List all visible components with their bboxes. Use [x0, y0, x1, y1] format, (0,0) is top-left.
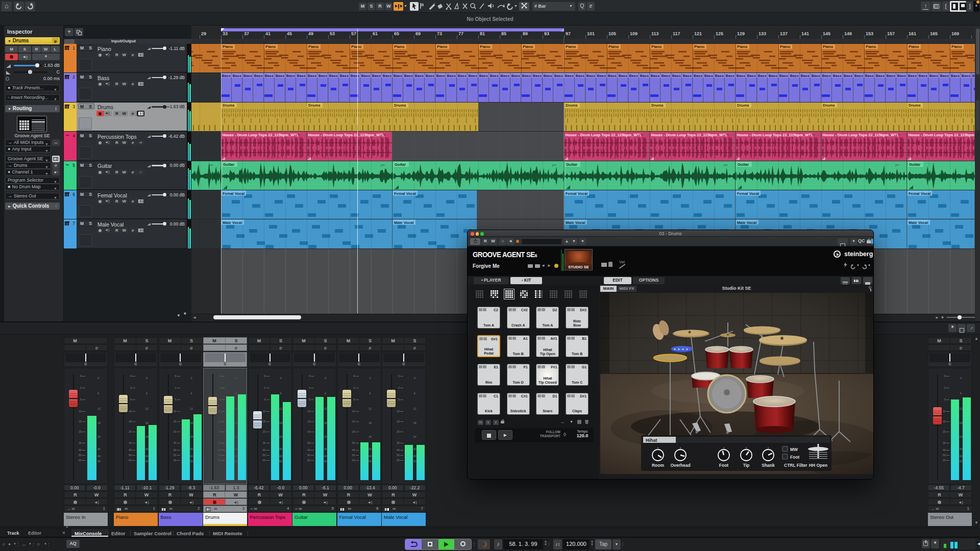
svg-text:♪ ~: ♪ ~	[895, 133, 901, 137]
svg-text:Piano: Piano	[265, 44, 276, 49]
svg-text:65: 65	[394, 31, 399, 36]
svg-text:109: 109	[630, 31, 638, 36]
svg-text:♪ ~: ♪ ~	[295, 133, 301, 137]
svg-text:Male Vocal: Male Vocal	[394, 220, 413, 225]
svg-text:MW: MW	[790, 447, 798, 452]
svg-text:69: 69	[415, 31, 421, 36]
svg-text:Bass: Bass	[351, 73, 359, 78]
svg-text:Bass: Bass	[865, 73, 874, 78]
svg-text:Piano: Piano	[480, 44, 491, 49]
svg-text:Bass: Bass	[651, 73, 659, 78]
svg-text:Piano: Piano	[694, 44, 705, 49]
svg-text:Piano: Piano	[780, 44, 791, 49]
svg-text:165: 165	[930, 31, 938, 36]
svg-text:Piano: Piano	[951, 44, 962, 49]
svg-text:Bass: Bass	[940, 73, 949, 78]
svg-text:Bass: Bass	[286, 73, 295, 78]
svg-text:Bass: Bass	[801, 73, 810, 78]
svg-text:Bass: Bass	[265, 73, 274, 78]
svg-text:Bass: Bass	[415, 73, 424, 78]
svg-text:Bass: Bass	[565, 73, 574, 78]
svg-text:77: 77	[458, 31, 463, 36]
svg-text:Bass: Bass	[747, 73, 756, 78]
svg-text:Piano: Piano	[566, 44, 576, 49]
svg-text:Drums: Drums	[223, 103, 235, 108]
svg-text:145: 145	[823, 31, 830, 36]
svg-text:Bass: Bass	[469, 73, 477, 78]
svg-text:Bass: Bass	[501, 73, 509, 78]
svg-text:Bass: Bass	[737, 73, 745, 78]
svg-text:Femal Vocal: Femal Vocal	[909, 191, 930, 196]
svg-text:Bass: Bass	[854, 73, 863, 78]
svg-text:Piano: Piano	[909, 44, 919, 49]
svg-text:Piano: Piano	[394, 44, 405, 49]
svg-text:93: 93	[544, 31, 549, 36]
svg-text:133: 133	[758, 31, 766, 36]
svg-text:Piano: Piano	[651, 44, 662, 49]
svg-text:Bass: Bass	[758, 73, 767, 78]
svg-text:Bass: Bass	[436, 73, 445, 78]
svg-text:Piano: Piano	[437, 44, 448, 49]
svg-text:Bass: Bass	[704, 73, 713, 78]
svg-text:Bass: Bass	[361, 73, 370, 78]
svg-text:Room: Room	[652, 463, 665, 468]
svg-text:169: 169	[951, 31, 959, 36]
svg-text:Bass: Bass	[812, 73, 820, 78]
svg-text:153: 153	[866, 31, 873, 36]
svg-text:Bass: Bass	[329, 73, 338, 78]
svg-text:Bass: Bass	[790, 73, 799, 78]
svg-text:45: 45	[287, 31, 292, 36]
svg-text:♪~: ♪~	[552, 162, 556, 167]
svg-text:101: 101	[587, 31, 595, 36]
svg-text:Drums: Drums	[909, 103, 921, 108]
svg-text:House - Drum Loop Tops 22_115b: House - Drum Loop Tops 22_115bpm_WTL	[566, 133, 642, 137]
svg-text:Femal Vocal: Femal Vocal	[737, 191, 759, 196]
svg-text:Bass: Bass	[962, 73, 970, 78]
svg-text:Bass: Bass	[522, 73, 531, 78]
svg-text:117: 117	[673, 31, 680, 36]
svg-text:Guitar: Guitar	[223, 162, 234, 167]
svg-text:Piano: Piano	[608, 44, 619, 49]
svg-text:Piano: Piano	[866, 44, 876, 49]
svg-text:Bass: Bass	[822, 73, 831, 78]
svg-text:Bass: Bass	[243, 73, 252, 78]
svg-text:85: 85	[501, 31, 506, 36]
svg-text:113: 113	[651, 31, 659, 36]
svg-text:57: 57	[351, 31, 356, 36]
svg-text:Bass: Bass	[715, 73, 724, 78]
svg-text:♪~: ♪~	[895, 162, 899, 167]
svg-text:Bass: Bass	[554, 73, 563, 78]
svg-text:29: 29	[201, 31, 206, 36]
svg-text:Foot: Foot	[719, 463, 729, 468]
svg-text:Bass: Bass	[629, 73, 638, 78]
svg-text:Drums: Drums	[823, 103, 835, 108]
svg-text:Bass: Bass	[662, 73, 670, 78]
svg-text:Bass: Bass	[929, 73, 938, 78]
svg-text:Bass: Bass	[844, 73, 852, 78]
svg-text:Bass: Bass	[779, 73, 788, 78]
svg-text:♪~: ♪~	[209, 162, 213, 167]
svg-text:Piano: Piano	[223, 44, 233, 49]
svg-text:Bass: Bass	[233, 73, 241, 78]
svg-text:81: 81	[480, 31, 485, 36]
svg-text:Male Vocal: Male Vocal	[909, 220, 928, 225]
svg-text:Bass: Bass	[308, 73, 316, 78]
svg-text:Femal Vocal: Femal Vocal	[394, 191, 416, 196]
svg-text:Bass: Bass	[511, 73, 520, 78]
svg-text:Bass: Bass	[897, 73, 906, 78]
svg-text:House - Drum Loop Tops 22_115b: House - Drum Loop Tops 22_115bpm_WTL	[737, 133, 814, 137]
svg-text:Male Vocal: Male Vocal	[223, 220, 242, 225]
svg-text:Bass: Bass	[833, 73, 842, 78]
svg-text:Piano: Piano	[351, 44, 362, 49]
svg-text:Femal Vocal: Femal Vocal	[566, 191, 587, 196]
svg-text:Bass: Bass	[951, 73, 960, 78]
svg-text:Shank: Shank	[762, 463, 775, 468]
svg-text:Drums: Drums	[651, 103, 664, 108]
svg-text:53: 53	[330, 31, 335, 36]
svg-text:House - Drum Loop Tops 22_115b: House - Drum Loop Tops 22_115bpm_WTL	[308, 133, 385, 137]
svg-text:Guitar: Guitar	[395, 162, 406, 167]
svg-text:129: 129	[737, 31, 745, 36]
svg-text:49: 49	[308, 31, 313, 36]
svg-text:Bass: Bass	[887, 73, 895, 78]
svg-text:141: 141	[801, 31, 809, 36]
